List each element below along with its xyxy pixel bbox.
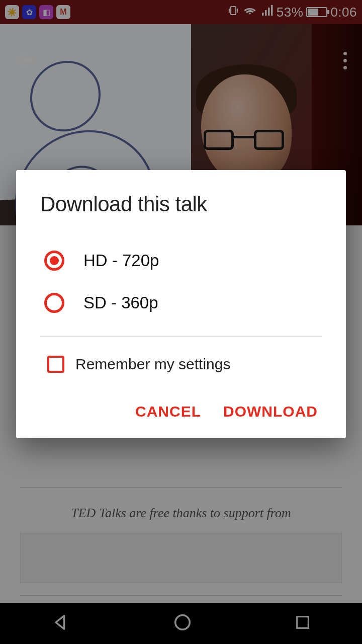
quality-label-sd: SD - 360p bbox=[83, 293, 158, 312]
download-dialog: Download this talk HD - 720p SD - 360p R… bbox=[16, 170, 346, 438]
remember-settings-row[interactable]: Remember my settings bbox=[40, 354, 322, 403]
quality-option-hd[interactable]: HD - 720p bbox=[40, 239, 322, 282]
dialog-actions: CANCEL DOWNLOAD bbox=[40, 403, 322, 424]
quality-label-hd: HD - 720p bbox=[83, 251, 159, 270]
app-screen: ☀️ ✿ ◧ M 53% 0:06 wht bbox=[0, 0, 362, 644]
remember-checkbox[interactable] bbox=[47, 356, 64, 373]
radio-hd[interactable] bbox=[44, 251, 64, 271]
cancel-button[interactable]: CANCEL bbox=[135, 403, 201, 420]
download-button[interactable]: DOWNLOAD bbox=[223, 403, 318, 420]
dialog-title: Download this talk bbox=[40, 192, 322, 216]
dialog-divider bbox=[40, 336, 322, 337]
remember-label: Remember my settings bbox=[75, 356, 230, 373]
radio-sd[interactable] bbox=[44, 293, 64, 313]
quality-option-sd[interactable]: SD - 360p bbox=[40, 282, 322, 324]
